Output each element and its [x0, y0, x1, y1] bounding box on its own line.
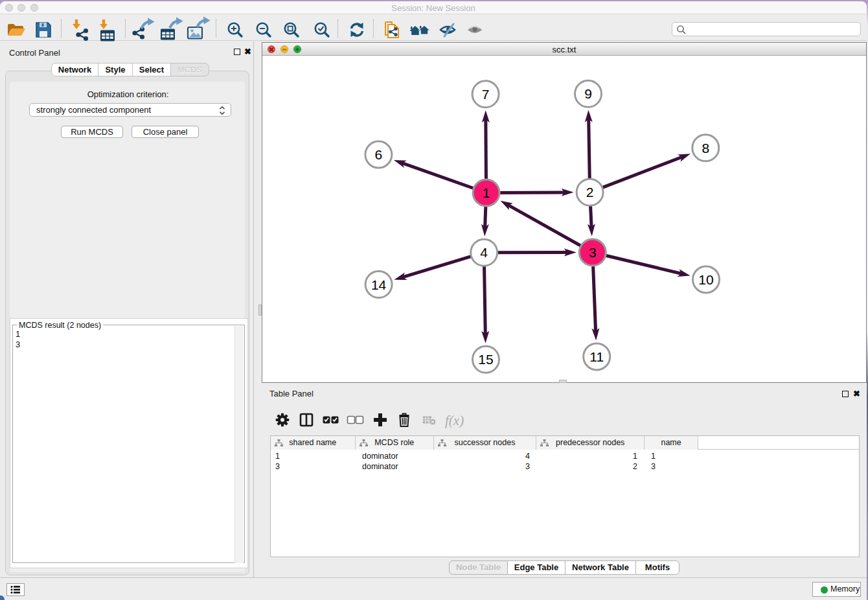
- svg-text:f(x): f(x): [445, 413, 464, 428]
- svg-text:2: 2: [586, 185, 594, 200]
- svg-text:15: 15: [478, 352, 493, 367]
- svg-text:14: 14: [371, 277, 387, 292]
- svg-text:10: 10: [698, 272, 713, 287]
- svg-text:11: 11: [589, 349, 604, 364]
- svg-text:4: 4: [480, 245, 488, 260]
- svg-text:8: 8: [702, 141, 709, 156]
- svg-text:7: 7: [482, 87, 490, 102]
- svg-text:9: 9: [584, 86, 592, 101]
- svg-text:1: 1: [483, 185, 490, 200]
- svg-text:6: 6: [375, 147, 383, 162]
- svg-text:3: 3: [589, 245, 597, 260]
